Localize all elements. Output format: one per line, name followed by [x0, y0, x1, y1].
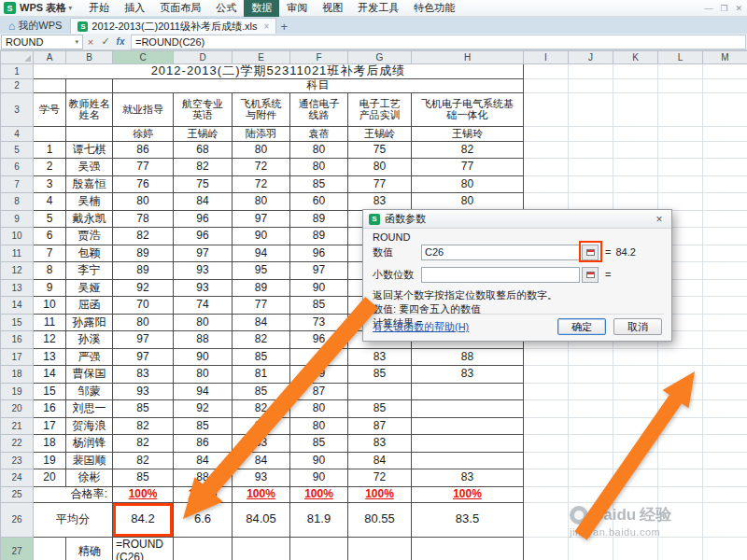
cell-D13[interactable]: 93: [174, 279, 233, 297]
cell-F23[interactable]: 90: [290, 452, 348, 469]
cell-D8[interactable]: 84: [174, 193, 233, 211]
cell-B18[interactable]: 曹保国: [66, 366, 113, 384]
maximize-icon[interactable]: ❐: [720, 4, 727, 13]
cell-E22[interactable]: 83: [233, 435, 290, 453]
cancel-formula-button[interactable]: ×: [83, 36, 98, 48]
teacher-E4[interactable]: 陆添羽: [233, 126, 290, 141]
cell-L20[interactable]: [658, 400, 703, 418]
cell-C8[interactable]: 80: [113, 193, 174, 211]
cell-M15[interactable]: [703, 314, 747, 331]
cell-E25[interactable]: 100%: [233, 486, 290, 502]
cell-C12[interactable]: 89: [113, 262, 174, 280]
cell-F14[interactable]: 85: [290, 297, 348, 315]
cell-A17[interactable]: 13: [34, 348, 66, 366]
cell-L8[interactable]: [658, 193, 703, 211]
cell-A23[interactable]: 19: [34, 452, 66, 469]
row-header-4[interactable]: 4: [1, 126, 34, 141]
cell-D23[interactable]: 84: [174, 452, 233, 469]
cell-G26[interactable]: 80.55: [348, 502, 412, 537]
cell-B9[interactable]: 戴永凯: [66, 210, 113, 228]
cell-A9[interactable]: 5: [34, 210, 66, 228]
cell-M14[interactable]: [703, 297, 747, 315]
cell-I19[interactable]: [524, 383, 569, 400]
cell-C10[interactable]: 82: [113, 228, 174, 245]
arg1-input[interactable]: C26: [421, 245, 580, 260]
app-menu-dropdown-icon[interactable]: ▾: [68, 4, 72, 12]
cell-D7[interactable]: 75: [174, 175, 233, 193]
cell-H26[interactable]: 83.5: [412, 502, 524, 537]
cell-B19[interactable]: 邹蒙: [66, 383, 113, 400]
cell-A2[interactable]: [34, 79, 66, 93]
cell-G8[interactable]: 83: [348, 193, 412, 211]
cell-L21[interactable]: [658, 417, 703, 435]
menu-tab-页面布局[interactable]: 页面布局: [152, 0, 208, 17]
cell-L7[interactable]: [658, 175, 703, 193]
cell-E26[interactable]: 84.05: [233, 502, 290, 537]
row-header-16[interactable]: 16: [1, 331, 34, 349]
cell-M26[interactable]: [703, 502, 747, 537]
cell-M8[interactable]: [703, 193, 747, 211]
cell-K25[interactable]: [613, 486, 658, 502]
cell-B20[interactable]: 刘思一: [66, 400, 113, 418]
function-help-link[interactable]: 有关该函数的帮助(H): [373, 320, 469, 334]
cell-J17[interactable]: [569, 348, 613, 366]
close-icon[interactable]: ✕: [735, 4, 742, 13]
cell-J7[interactable]: [569, 175, 613, 193]
cell-E20[interactable]: 82: [233, 400, 290, 418]
cell-L3[interactable]: [658, 92, 703, 126]
cell-D18[interactable]: 80: [174, 366, 233, 384]
col-header-K[interactable]: K: [613, 51, 658, 64]
cell-I20[interactable]: [524, 400, 569, 418]
row-header-5[interactable]: 5: [1, 141, 34, 159]
select-all-corner[interactable]: [1, 51, 34, 64]
cell-C21[interactable]: 82: [113, 417, 174, 435]
cell-G19[interactable]: [348, 383, 412, 400]
cell-H21[interactable]: [412, 417, 524, 435]
cell-G25[interactable]: 100%: [348, 486, 412, 502]
row-header-22[interactable]: 22: [1, 435, 34, 453]
cell-F8[interactable]: 60: [290, 193, 348, 211]
cell-M17[interactable]: [703, 348, 747, 366]
cell-I5[interactable]: [524, 141, 569, 159]
cell-I18[interactable]: [524, 366, 569, 384]
range-picker-button-2[interactable]: [582, 267, 599, 283]
cell-M12[interactable]: [703, 262, 747, 280]
col-header-H[interactable]: H: [412, 51, 524, 64]
cell-I4[interactable]: [524, 126, 569, 141]
cell-G20[interactable]: 85: [348, 400, 412, 418]
cell-H24[interactable]: 83: [412, 469, 524, 487]
formula-input[interactable]: =ROUND(C26): [131, 35, 746, 49]
cell-I23[interactable]: [524, 452, 569, 469]
row-header-9[interactable]: 9: [1, 210, 34, 228]
cell-A12[interactable]: 8: [34, 262, 66, 280]
cell-I17[interactable]: [524, 348, 569, 366]
col-header-F[interactable]: F: [290, 51, 348, 64]
cell-D11[interactable]: 97: [174, 245, 233, 262]
cell-D17[interactable]: 90: [174, 348, 233, 366]
cell-B2[interactable]: [66, 79, 113, 93]
cell-B23[interactable]: 裴国顺: [66, 452, 113, 469]
cell-F5[interactable]: 80: [290, 141, 348, 159]
cell-C18[interactable]: 83: [113, 366, 174, 384]
cell-D25[interactable]: 100%: [174, 486, 233, 502]
cell-I1[interactable]: [524, 64, 569, 79]
cell-E15[interactable]: 84: [233, 314, 290, 331]
cell-F24[interactable]: 90: [290, 469, 348, 487]
cell-D20[interactable]: 92: [174, 400, 233, 418]
cell-I24[interactable]: [524, 469, 569, 487]
cell-J18[interactable]: [569, 366, 613, 384]
cell-G6[interactable]: 80: [348, 159, 412, 176]
cell-F13[interactable]: 90: [290, 279, 348, 297]
row-header-26[interactable]: 26: [1, 502, 34, 537]
cell-E23[interactable]: 84: [233, 452, 290, 469]
cell-M23[interactable]: [703, 452, 747, 469]
row-header-17[interactable]: 17: [1, 348, 34, 366]
cell-B4[interactable]: [66, 126, 113, 141]
subject-header-H3[interactable]: 飞机电子电气系统基 础一体化: [412, 92, 524, 126]
teacher-F4[interactable]: 袁蓓: [290, 126, 348, 141]
cell-I25[interactable]: [524, 486, 569, 502]
cell-C23[interactable]: 82: [113, 452, 174, 469]
row-header-24[interactable]: 24: [1, 469, 34, 487]
cell-A13[interactable]: 9: [34, 279, 66, 297]
new-tab-button[interactable]: +: [276, 19, 291, 34]
